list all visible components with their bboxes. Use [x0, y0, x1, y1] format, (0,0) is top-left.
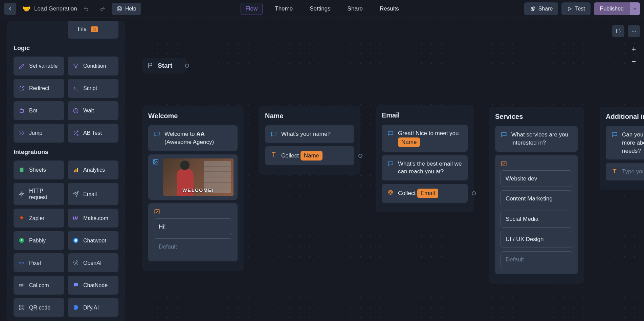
block-pabbly[interactable]: P Pabbly — [14, 231, 64, 250]
code-brackets-button[interactable] — [612, 25, 624, 37]
svg-rect-13 — [77, 168, 78, 172]
block-abtest[interactable]: AB Test — [68, 124, 118, 143]
zoom-in-button[interactable]: + — [628, 43, 640, 56]
redo-button[interactable] — [96, 3, 108, 15]
port-out[interactable] — [472, 191, 476, 195]
block-analytics[interactable]: Analytics — [68, 160, 118, 179]
tab-theme[interactable]: Theme — [270, 3, 297, 15]
message-bubble[interactable]: Great! Nice to meet you Name — [382, 125, 468, 152]
svg-point-3 — [390, 191, 392, 193]
message-bubble[interactable]: What's the best email we can reach you a… — [382, 155, 468, 181]
more-button[interactable] — [628, 25, 640, 37]
block-script[interactable]: Script — [68, 79, 118, 98]
svg-point-21 — [75, 262, 77, 264]
zoom-out-button[interactable]: − — [628, 56, 640, 68]
option-default[interactable]: Default — [501, 251, 572, 268]
text-icon — [270, 151, 277, 158]
block-chatnode[interactable]: ChatNode — [68, 276, 118, 295]
block-redirect[interactable]: Redirect — [14, 79, 64, 98]
pabbly-icon: P — [18, 237, 25, 244]
svg-point-28 — [533, 7, 535, 8]
port-out[interactable] — [358, 154, 362, 158]
options-bubble[interactable]: Website dev Content Marketing Social Med… — [495, 155, 578, 274]
block-wait[interactable]: Wait — [68, 101, 118, 120]
block-jump[interactable]: Jump — [14, 124, 64, 143]
zoom-controls: + − — [628, 43, 640, 68]
svg-point-27 — [531, 7, 533, 9]
zapier-icon — [18, 215, 25, 221]
block-calcom[interactable]: cal Cal.com — [14, 276, 64, 295]
undo-button[interactable] — [81, 3, 93, 15]
collect-bubble[interactable]: Collect Name — [265, 146, 354, 165]
chatnode-icon — [72, 282, 79, 288]
node-email[interactable]: Email Great! Nice to meet you Name What'… — [376, 105, 474, 212]
node-title: Email — [382, 111, 468, 119]
message-bubble[interactable]: Welcome to AA (Awesome Agency) — [148, 125, 238, 151]
help-button[interactable]: Help — [112, 3, 141, 15]
block-http[interactable]: HTTP request — [14, 183, 64, 205]
message-bubble[interactable]: What's your name? — [265, 125, 354, 143]
node-name[interactable]: Name What's your name? Collect Name — [259, 106, 360, 175]
project-title[interactable]: Lead Generation — [34, 5, 77, 12]
published-button[interactable]: Published — [594, 2, 640, 15]
message-text: Great! Nice to meet you Name — [398, 129, 462, 147]
block-zapier[interactable]: Zapier — [14, 209, 64, 228]
block-dify[interactable]: Dify.AI — [68, 298, 118, 317]
chevron-down-icon[interactable] — [630, 2, 640, 15]
flag-icon — [148, 63, 154, 69]
message-text: What's the best email we can reach you a… — [398, 160, 462, 176]
tab-results[interactable]: Results — [375, 3, 404, 15]
blocks-sidebar[interactable]: File ⬚ Logic Set variable Condition Redi… — [7, 21, 125, 321]
message-text: What's your name? — [281, 130, 349, 138]
block-chatwoot[interactable]: Chatwoot — [68, 231, 118, 250]
tab-share[interactable]: Share — [343, 3, 368, 15]
block-set-variable[interactable]: Set variable — [14, 57, 64, 76]
block-openai[interactable]: OpenAI — [68, 253, 118, 272]
block-make[interactable]: Make.com — [68, 209, 118, 228]
port-out[interactable] — [185, 64, 189, 68]
message-bubble[interactable]: Can you t more abo needs? — [606, 126, 644, 159]
input-bubble[interactable]: Type you — [606, 163, 644, 180]
option-item[interactable]: Website dev — [501, 170, 572, 187]
svg-rect-23 — [22, 305, 24, 307]
block-qrcode[interactable]: QR code — [14, 298, 64, 317]
block-sheets[interactable]: Sheets — [14, 160, 64, 179]
share-button[interactable]: Share — [524, 2, 558, 15]
option-default[interactable]: Default — [154, 238, 232, 255]
canvas-tools — [612, 25, 640, 37]
tab-settings[interactable]: Settings — [305, 3, 335, 15]
node-additional[interactable]: Additional information Can you t more ab… — [600, 107, 644, 190]
block-file[interactable]: File ⬚ — [68, 21, 118, 39]
image-placeholder: WELCOME! — [163, 158, 234, 196]
qrcode-icon — [18, 304, 25, 311]
node-start[interactable]: Start — [142, 58, 187, 73]
message-text: What services are you interested in? — [511, 131, 572, 147]
badge: ⬚ — [91, 26, 98, 32]
block-pixel[interactable]: Pixel — [14, 253, 64, 272]
block-condition[interactable]: Condition — [68, 57, 118, 76]
svg-rect-16 — [76, 217, 78, 220]
option-item[interactable]: Content Marketing — [501, 190, 572, 207]
chat-icon — [387, 130, 394, 136]
node-services[interactable]: Services What services are you intereste… — [489, 107, 584, 284]
option-item[interactable]: Social Media — [501, 211, 572, 228]
make-icon — [72, 215, 79, 221]
node-welcome[interactable]: Welcome Welcome to AA (Awesome Agency) W… — [142, 106, 244, 271]
test-button[interactable]: Test — [561, 2, 590, 15]
option-item[interactable]: UI / UX Design — [501, 231, 572, 248]
options-bubble[interactable]: Hi! Default — [148, 203, 238, 262]
back-button[interactable] — [4, 3, 16, 15]
option-hi[interactable]: Hi! — [154, 218, 232, 235]
pencil-icon — [18, 63, 25, 69]
block-bot[interactable]: Bot — [14, 101, 64, 120]
project-emoji: 🤝 — [22, 5, 31, 13]
chatwoot-icon — [72, 237, 79, 244]
svg-rect-8 — [20, 109, 24, 112]
checkbox-icon — [501, 160, 507, 167]
node-title: Name — [265, 112, 354, 120]
tab-flow[interactable]: Flow — [240, 3, 263, 15]
block-email[interactable]: Email — [68, 183, 118, 205]
collect-bubble[interactable]: Collect Email — [382, 184, 468, 203]
message-bubble[interactable]: What services are you interested in? — [495, 126, 578, 152]
image-bubble[interactable]: WELCOME! — [148, 154, 238, 200]
